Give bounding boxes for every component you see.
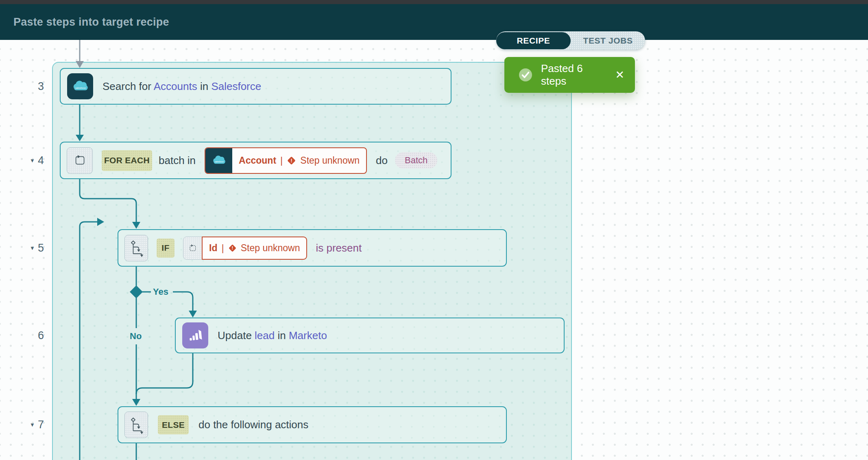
- step-search-accounts[interactable]: salesforce Search for Accounts in Salesf…: [60, 68, 451, 105]
- svg-text:salesforce: salesforce: [75, 87, 86, 89]
- pill-object-label: Id: [209, 243, 217, 254]
- salesforce-cloud-icon: salesforce: [210, 151, 228, 169]
- salesforce-icon: salesforce: [205, 148, 232, 173]
- object-link[interactable]: lead: [255, 329, 275, 342]
- condition-datapill-group[interactable]: Id | ! Step unknown: [183, 237, 307, 260]
- pill-separator: |: [221, 242, 224, 254]
- collapse-icon[interactable]: ▼: [30, 245, 35, 251]
- step-title: Search for Accounts in Salesforce: [103, 80, 261, 93]
- close-icon[interactable]: ✕: [615, 68, 624, 81]
- foreach-keyword-chip: FOR EACH: [102, 150, 152, 171]
- loop-arrow-icon: [72, 152, 87, 169]
- svg-text:!: !: [291, 158, 292, 163]
- success-check-icon: [518, 68, 533, 82]
- repeat-source-icon: [183, 237, 202, 260]
- batch-mode-chip[interactable]: Batch: [395, 152, 437, 169]
- pill-separator: |: [280, 155, 283, 166]
- pill-error-label: Step unknown: [300, 155, 360, 166]
- tab-recipe[interactable]: RECIPE: [496, 32, 571, 49]
- else-keyword-chip: ELSE: [158, 415, 189, 434]
- app-link[interactable]: Salesforce: [211, 80, 261, 92]
- else-branch-icon: [128, 415, 145, 435]
- no-branch-label: No: [130, 331, 142, 342]
- if-keyword-chip: IF: [157, 239, 174, 258]
- step-text: do the following actions: [198, 418, 308, 431]
- step-for-each[interactable]: FOR EACH batch in salesforce Account |: [60, 142, 451, 179]
- svg-text:!: !: [231, 245, 233, 250]
- tab-test-jobs[interactable]: TEST JOBS: [571, 36, 645, 46]
- step-number-7: ▼ 7: [16, 418, 44, 431]
- yes-branch-label: Yes: [153, 287, 168, 297]
- pill-object-label: Account: [239, 155, 276, 166]
- step-number-3: 3: [16, 80, 44, 93]
- pill-error-label: Step unknown: [241, 243, 300, 254]
- loop-arrow-icon: [188, 243, 198, 254]
- branch-icon: [124, 412, 148, 438]
- condition-text: is present: [316, 242, 362, 254]
- object-link[interactable]: Accounts: [154, 80, 197, 92]
- salesforce-cloud-icon: salesforce: [70, 76, 91, 97]
- salesforce-icon: salesforce: [67, 73, 93, 99]
- step-text: do: [376, 154, 388, 167]
- step-number-4: ▼ 4: [16, 154, 44, 167]
- step-title: Update lead in Marketo: [218, 329, 327, 342]
- header: Paste steps into target recipe: [0, 4, 868, 40]
- collapse-icon[interactable]: ▼: [30, 422, 35, 428]
- step-number-5: ▼ 5: [16, 242, 44, 254]
- id-datapill[interactable]: Id | ! Step unknown: [202, 237, 307, 260]
- collapse-icon[interactable]: ▼: [30, 158, 35, 164]
- page-title: Paste steps into target recipe: [13, 16, 169, 28]
- view-tabs: RECIPE TEST JOBS: [496, 31, 645, 50]
- step-update-lead[interactable]: Update lead in Marketo: [175, 318, 565, 353]
- marketo-logo-icon: [185, 326, 205, 345]
- if-branch-icon: [128, 238, 145, 258]
- marketo-icon: [182, 322, 208, 348]
- repeat-icon: [67, 147, 93, 174]
- toast-message: Pasted 6 steps: [541, 62, 607, 88]
- step-number-6: 6: [16, 329, 44, 342]
- svg-text:salesforce: salesforce: [215, 161, 224, 163]
- toast-notification: Pasted 6 steps ✕: [504, 57, 635, 93]
- error-diamond-icon: !: [287, 156, 296, 165]
- recipe-editor-window: Paste steps into target recipe 3: [0, 0, 868, 460]
- step-text: batch in: [159, 154, 196, 167]
- branch-icon: [124, 235, 148, 261]
- step-if-condition[interactable]: IF Id | ! Step unknown: [118, 229, 507, 267]
- top-strip: [0, 0, 868, 4]
- error-diamond-icon: !: [228, 244, 237, 252]
- account-datapill[interactable]: salesforce Account | ! Step unknown: [205, 147, 367, 174]
- app-link[interactable]: Marketo: [289, 329, 327, 342]
- step-else[interactable]: ELSE do the following actions: [118, 406, 507, 443]
